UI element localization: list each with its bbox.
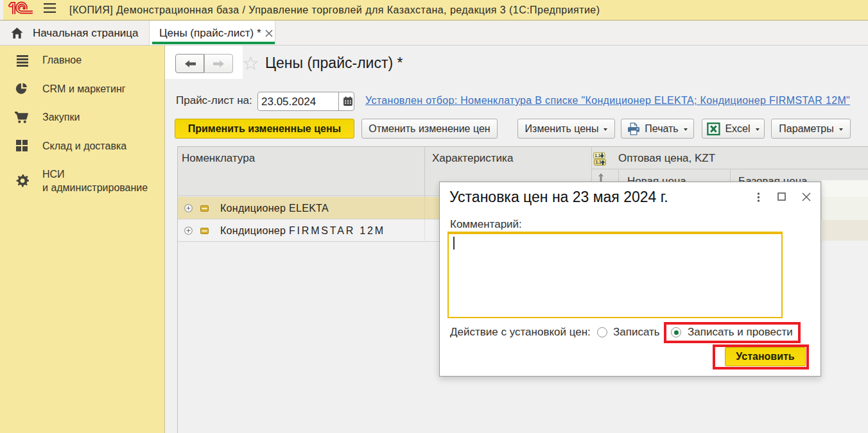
svg-text:1.1: 1.1 xyxy=(595,160,602,164)
svg-text:1.1: 1.1 xyxy=(595,153,601,158)
